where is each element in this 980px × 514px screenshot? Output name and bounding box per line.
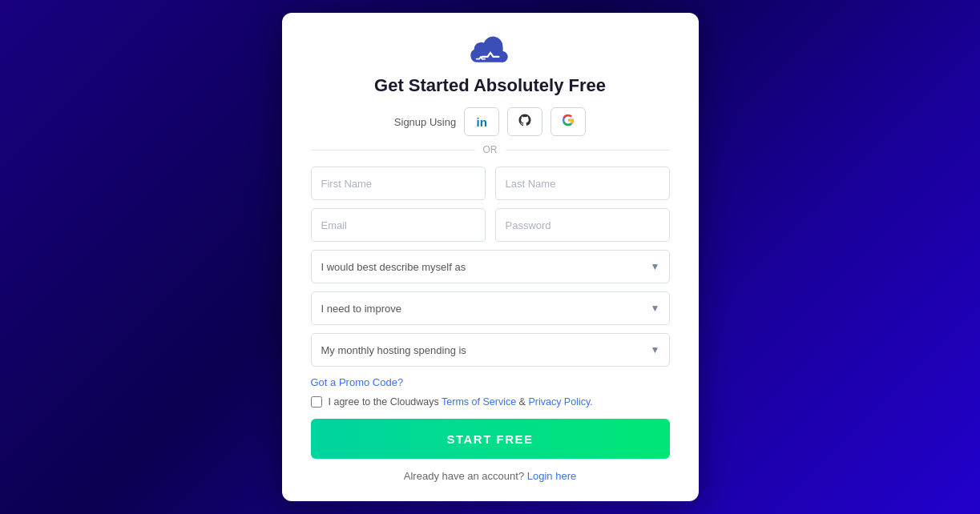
linkedin-button[interactable]: in (464, 107, 499, 136)
or-text: OR (483, 144, 498, 155)
promo-code-link[interactable]: Got a Promo Code? (311, 376, 670, 388)
linkedin-icon: in (476, 115, 486, 129)
last-name-input[interactable] (495, 167, 670, 200)
agree-text: I agree to the Cloudways Terms of Servic… (329, 396, 593, 408)
hosting-select[interactable]: My monthly hosting spending is Less than… (311, 333, 670, 367)
login-text: Already have an account? (404, 470, 524, 482)
start-free-button[interactable]: START FREE (311, 419, 670, 459)
terms-link[interactable]: Terms of Service (442, 396, 516, 408)
logo-area (311, 35, 670, 67)
credentials-row (311, 208, 670, 242)
describe-select-wrapper: I would best describe myself as Develope… (311, 250, 670, 283)
login-link[interactable]: Login here (527, 470, 576, 482)
and-text: & (519, 396, 529, 408)
describe-select[interactable]: I would best describe myself as Develope… (311, 250, 670, 283)
signup-label: Signup Using (394, 116, 456, 128)
google-button[interactable] (550, 107, 586, 136)
agree-checkbox[interactable] (311, 396, 322, 408)
login-row: Already have an account? Login here (311, 470, 670, 482)
google-icon (561, 113, 575, 131)
improve-select-wrapper: I need to improve Site Performance Secur… (311, 291, 670, 325)
cloud-logo-icon (470, 35, 511, 67)
agree-row: I agree to the Cloudways Terms of Servic… (311, 396, 670, 408)
password-input[interactable] (495, 208, 670, 242)
privacy-link[interactable]: Privacy Policy. (528, 396, 592, 408)
agree-text-before: I agree to the Cloudways (329, 396, 439, 408)
improve-select[interactable]: I need to improve Site Performance Secur… (311, 291, 670, 325)
page-title: Get Started Absolutely Free (311, 75, 670, 96)
name-row (311, 167, 670, 200)
hosting-select-wrapper: My monthly hosting spending is Less than… (311, 333, 670, 367)
github-icon (518, 113, 532, 131)
signup-row: Signup Using in (311, 107, 670, 136)
or-divider: OR (311, 144, 670, 155)
github-button[interactable] (507, 107, 542, 136)
email-input[interactable] (311, 208, 486, 242)
first-name-input[interactable] (311, 167, 486, 200)
signup-card: Get Started Absolutely Free Signup Using… (282, 13, 699, 501)
